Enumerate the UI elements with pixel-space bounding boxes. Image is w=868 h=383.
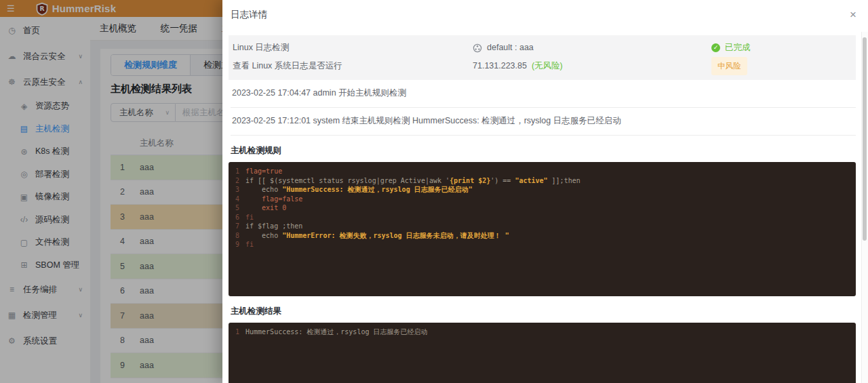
status-cell: ✓ 已完成 bbox=[711, 40, 852, 56]
drawer-header: 日志详情 × bbox=[222, 0, 868, 21]
rule-code-block: 1flag=true2if [[ $(systemctl status rsys… bbox=[229, 162, 856, 296]
detection-summary: Linux 日志检测 default : aaa ✓ 已完成 查看 Linux … bbox=[229, 35, 856, 80]
code-line: 7if $flag ;then bbox=[229, 222, 856, 231]
status-text: 已完成 bbox=[725, 40, 751, 56]
log-detail-drawer: 日志详情 × Linux 日志检测 default : aaa ✓ 已完成 查看… bbox=[222, 0, 868, 383]
code-line: 9fi bbox=[229, 240, 856, 249]
code-line: 6fi bbox=[229, 213, 856, 222]
log-entry: 2023-02-25 17:12:01 system 结束主机规则检测 Humm… bbox=[231, 108, 856, 136]
code-line: 8 echo "HummerError: 检测失败，rsyslog 日志服务未启… bbox=[229, 231, 856, 241]
log-entries: 2023-02-25 17:04:47 admin 开始主机规则检测2023-0… bbox=[229, 80, 856, 136]
result-code-block: 1HummerSuccess: 检测通过，rsyslog 日志服务已经启动 bbox=[229, 323, 856, 383]
ip-cell: 71.131.223.85 (无风险) bbox=[473, 58, 711, 74]
code-line: 3 echo "HummerSuccess: 检测通过，rsyslog 日志服务… bbox=[229, 185, 856, 195]
rule-name: Linux 日志检测 bbox=[233, 40, 473, 56]
ip-risk-label: (无风险) bbox=[532, 58, 563, 74]
os-icon bbox=[473, 43, 482, 53]
result-section-title: 主机检测结果 bbox=[231, 306, 856, 317]
scrollbar-thumb[interactable] bbox=[863, 37, 867, 241]
code-line: 1HummerSuccess: 检测通过，rsyslog 日志服务已经启动 bbox=[229, 327, 856, 337]
rule-section-title: 主机检测规则 bbox=[231, 145, 856, 157]
drawer-body: Linux 日志检测 default : aaa ✓ 已完成 查看 Linux … bbox=[222, 35, 868, 383]
code-line: 2if [[ $(systemctl status rsyslog|grep A… bbox=[229, 176, 856, 186]
severity-cell: 中风险 bbox=[711, 57, 852, 75]
severity-badge: 中风险 bbox=[711, 57, 747, 75]
code-line: 5 exit 0 bbox=[229, 203, 856, 213]
ip-value: 71.131.223.85 bbox=[473, 58, 527, 74]
drawer-title: 日志详情 bbox=[231, 9, 267, 21]
drawer-scrollbar[interactable] bbox=[861, 32, 868, 383]
account-value: default : aaa bbox=[487, 40, 534, 56]
code-line: 4 flag=false bbox=[229, 195, 856, 204]
account-cell: default : aaa bbox=[473, 40, 711, 56]
log-entry: 2023-02-25 17:04:47 admin 开始主机规则检测 bbox=[231, 80, 856, 108]
code-line: 1flag=true bbox=[229, 167, 856, 176]
success-check-icon: ✓ bbox=[711, 43, 720, 52]
close-icon[interactable]: × bbox=[850, 9, 856, 20]
rule-description: 查看 Linux 系统日志是否运行 bbox=[233, 58, 473, 74]
